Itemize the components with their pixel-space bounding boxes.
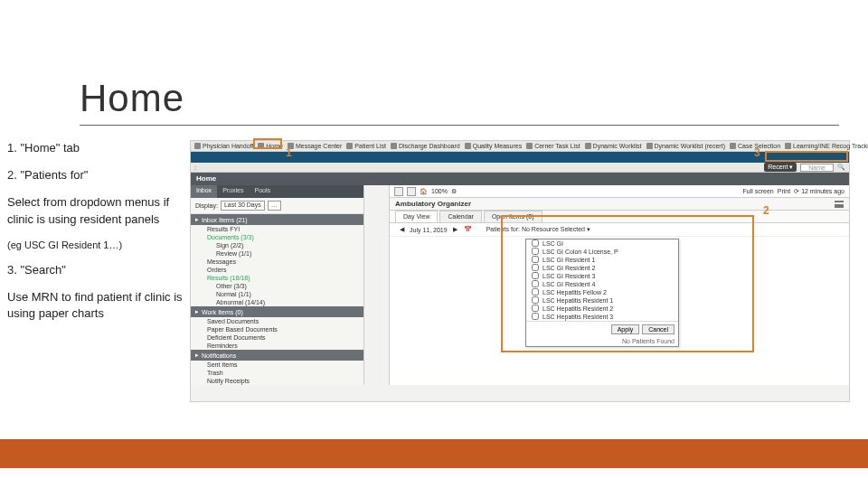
recent-dropdown[interactable]: Recent ▾ bbox=[764, 163, 797, 172]
ambulatory-heading: Ambulatory Organizer bbox=[395, 200, 471, 208]
item-orders[interactable]: Orders bbox=[191, 266, 363, 274]
title-underline bbox=[80, 125, 839, 126]
instructions-column: 1. "Home" tab 2. "Patients for" Select f… bbox=[7, 140, 188, 333]
tab-calendar[interactable]: Calendar bbox=[439, 211, 481, 222]
step-3-detail: Use MRN to find patient if clinic is usi… bbox=[7, 289, 188, 322]
item-abnormal[interactable]: Abnormal (14/14) bbox=[191, 298, 363, 306]
learning-icon bbox=[785, 143, 791, 149]
toolbar-btn-2[interactable] bbox=[407, 187, 416, 196]
item-paper-documents[interactable]: Paper Based Documents bbox=[191, 325, 363, 333]
prev-day-button[interactable]: ◀ bbox=[397, 226, 406, 233]
tab-dynamic-worklist[interactable]: Dynamic Worklist bbox=[585, 143, 642, 150]
tab-cerner-task-list[interactable]: Cerner Task List bbox=[526, 143, 580, 150]
tab-day-view[interactable]: Day View bbox=[395, 211, 438, 222]
display-range-select[interactable]: Last 30 Days bbox=[221, 201, 265, 211]
tab-discharge-dashboard[interactable]: Discharge Dashboard bbox=[391, 143, 460, 150]
patient-list-icon bbox=[346, 143, 353, 149]
item-messages[interactable]: Messages bbox=[191, 258, 363, 266]
inbox-panel: Inbox Proxies Pools Display: Last 30 Day… bbox=[191, 185, 364, 385]
current-date[interactable]: July 11, 2019 bbox=[410, 227, 448, 233]
item-results[interactable]: Results (18/18) bbox=[191, 274, 363, 282]
print-link[interactable]: Print bbox=[778, 188, 790, 194]
item-sent[interactable]: Sent Items bbox=[191, 361, 363, 369]
item-results-fyi[interactable]: Results FYI bbox=[191, 225, 363, 233]
home-breadcrumb: Home bbox=[191, 173, 849, 185]
step-2-detail: Select from dropdown menus if clinic is … bbox=[7, 194, 188, 227]
worklist-icon bbox=[585, 143, 591, 149]
toolbar-btn-1[interactable] bbox=[394, 187, 403, 196]
gear-icon[interactable]: ⚙ bbox=[451, 188, 457, 195]
inbox-tabs: Inbox Proxies Pools bbox=[191, 185, 363, 198]
item-notify-receipts[interactable]: Notify Receipts bbox=[191, 377, 363, 385]
item-reminders[interactable]: Reminders bbox=[191, 342, 363, 350]
item-saved-documents[interactable]: Saved Documents bbox=[191, 317, 363, 325]
ambulatory-heading-row: Ambulatory Organizer bbox=[390, 198, 849, 211]
tab-proxies[interactable]: Proxies bbox=[217, 185, 249, 198]
item-documents[interactable]: Documents (3/3) bbox=[191, 233, 363, 241]
worklist-icon bbox=[646, 143, 653, 149]
search-icon[interactable]: 🔍 bbox=[837, 164, 845, 171]
context-bar: : Recent ▾ Name 🔍 bbox=[191, 163, 849, 173]
hamburger-icon[interactable] bbox=[835, 201, 844, 208]
tab-quality-measures[interactable]: Quality Measures bbox=[465, 143, 522, 150]
fullscreen-link[interactable]: Full screen bbox=[743, 188, 774, 194]
zoom-value: 100% bbox=[431, 188, 448, 194]
task-icon bbox=[526, 143, 533, 149]
group-inbox-items[interactable]: Inbox Items (21) bbox=[191, 214, 363, 225]
case-icon bbox=[730, 143, 736, 149]
group-work-items[interactable]: Work Items (0) bbox=[191, 306, 363, 317]
callout-box-1 bbox=[253, 138, 282, 149]
tab-pools[interactable]: Pools bbox=[249, 185, 276, 198]
group-notifications[interactable]: Notifications bbox=[191, 350, 363, 361]
item-sign[interactable]: Sign (2/2) bbox=[191, 241, 363, 249]
tab-learning-tracking[interactable]: Learning/INE Recog Tracking bbox=[785, 143, 868, 150]
callout-label-3: 3 bbox=[754, 146, 760, 159]
tab-physician-handoff[interactable]: Physician Handoff bbox=[194, 143, 253, 150]
quality-icon bbox=[465, 143, 471, 149]
tab-patient-list[interactable]: Patient List bbox=[346, 143, 386, 150]
home-icon[interactable]: 🏠 bbox=[420, 188, 428, 195]
search-input[interactable]: Name bbox=[800, 164, 834, 172]
handoff-icon bbox=[194, 143, 201, 149]
callout-label-2: 2 bbox=[763, 204, 769, 217]
callout-label-1: 1 bbox=[286, 146, 292, 159]
footer-band bbox=[0, 439, 868, 468]
tab-dynamic-worklist-recert[interactable]: Dynamic Worklist (recert) bbox=[646, 143, 725, 150]
divider-panel bbox=[364, 185, 390, 385]
item-normal[interactable]: Normal (1/1) bbox=[191, 290, 363, 298]
ambulatory-toolbar: 🏠 100% ⚙ Full screen Print ⟳ 12 minutes … bbox=[390, 185, 849, 198]
item-other[interactable]: Other (3/3) bbox=[191, 282, 363, 290]
callout-box-3 bbox=[765, 151, 848, 162]
discharge-icon bbox=[391, 143, 397, 149]
item-deficient-documents[interactable]: Deficient Documents bbox=[191, 333, 363, 342]
step-2: 2. "Patients for" bbox=[7, 167, 188, 183]
step-3: 3. "Search" bbox=[7, 262, 188, 278]
tab-inbox[interactable]: Inbox bbox=[191, 185, 217, 198]
display-extra-dd[interactable]: … bbox=[268, 201, 281, 211]
refresh-ago: ⟳ 12 minutes ago bbox=[794, 188, 844, 195]
callout-box-2 bbox=[501, 215, 754, 352]
date-picker-icon[interactable]: 📅 bbox=[464, 226, 472, 233]
item-review[interactable]: Review (1/1) bbox=[191, 249, 363, 258]
step-1: 1. "Home" tab bbox=[7, 140, 188, 156]
next-day-button[interactable]: ▶ bbox=[451, 226, 460, 233]
display-label: Display: bbox=[195, 202, 218, 209]
slide-title: Home bbox=[80, 77, 184, 120]
step-2-example: (eg USC GI Resident 1…) bbox=[7, 239, 188, 251]
item-trash[interactable]: Trash bbox=[191, 369, 363, 377]
tab-message-center[interactable]: Message Center bbox=[288, 143, 342, 150]
context-left: : bbox=[194, 164, 196, 171]
